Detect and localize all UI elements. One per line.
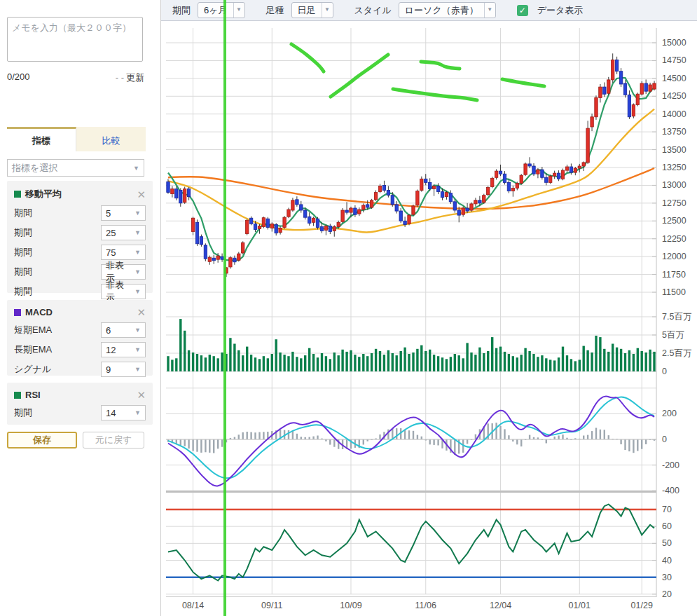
ma-period-3-select[interactable]: 75▼ — [101, 245, 146, 260]
svg-text:13750: 13750 — [662, 127, 686, 137]
macd-short-ema-select[interactable]: 6▼ — [101, 322, 146, 338]
svg-text:13000: 13000 — [662, 180, 686, 190]
ma-period-1-select[interactable]: 5▼ — [101, 205, 146, 221]
panel-macd-header: MACD ✕ — [7, 300, 153, 320]
ma-period-5-select[interactable]: 非表示▼ — [101, 284, 146, 299]
svg-text:01/29: 01/29 — [631, 601, 653, 610]
svg-text:11500: 11500 — [662, 287, 686, 297]
data-display-checkbox[interactable]: ✓ — [517, 5, 528, 16]
svg-text:2.5百万: 2.5百万 — [662, 348, 691, 358]
svg-text:12250: 12250 — [662, 234, 686, 244]
svg-text:14750: 14750 — [662, 55, 686, 65]
svg-text:7.5百万: 7.5百万 — [662, 312, 691, 322]
chevron-down-icon: ▼ — [134, 409, 141, 416]
svg-text:40: 40 — [662, 556, 672, 566]
macd-row-3: シグナル 9▼ — [7, 360, 153, 379]
tab-indicators[interactable]: 指標 — [7, 127, 76, 151]
svg-text:13500: 13500 — [662, 145, 686, 155]
indicator-select-placeholder: 指標を選択 — [12, 162, 57, 174]
chevron-down-icon: ▼ — [134, 327, 141, 334]
sidebar-tabs: 指標 比較 — [7, 127, 146, 151]
bar-type-dropdown[interactable]: 日足 ▼ — [291, 2, 333, 18]
chart-area: 1500014750145001425014000137501350013250… — [161, 0, 697, 616]
svg-text:200: 200 — [662, 409, 677, 418]
svg-text:0: 0 — [662, 434, 667, 444]
row-label: 期間 — [14, 246, 32, 259]
chevron-down-icon: ▼ — [134, 249, 141, 256]
memo-input[interactable] — [7, 17, 143, 62]
svg-text:14500: 14500 — [662, 74, 686, 83]
reset-button[interactable]: 元に戻す — [83, 432, 144, 449]
macd-row-1: 短期EMA 6▼ — [7, 320, 153, 340]
row-label: 期間 — [14, 207, 32, 219]
svg-text:12000: 12000 — [662, 252, 686, 261]
svg-text:14250: 14250 — [662, 91, 686, 101]
tab-compare[interactable]: 比較 — [76, 127, 146, 151]
ma-row-2: 期間 25▼ — [7, 223, 153, 242]
row-label: 期間 — [14, 266, 32, 278]
sidebar: 0/200 - -更新 指標 比較 指標を選択 ▼ 移動平均 ✕ 期間 5▼ 期… — [0, 0, 161, 616]
legend-square-icon — [14, 309, 21, 316]
legend-square-icon — [14, 392, 21, 399]
row-label: 期間 — [14, 285, 32, 298]
row-label: 長期EMA — [14, 343, 52, 356]
legend-square-icon — [14, 191, 21, 198]
panel-title: MACD — [25, 307, 53, 317]
chevron-down-icon: ▼ — [322, 3, 333, 18]
svg-text:12750: 12750 — [662, 198, 686, 208]
row-label: 期間 — [14, 406, 32, 419]
chevron-down-icon: ▼ — [134, 210, 141, 217]
memo-update-link[interactable]: 更新 — [126, 72, 144, 83]
svg-text:15000: 15000 — [662, 38, 686, 48]
svg-text:01/01: 01/01 — [569, 601, 591, 610]
row-label: シグナル — [14, 363, 51, 376]
save-button[interactable]: 保存 — [7, 432, 77, 449]
style-dropdown[interactable]: ローソク（赤青） ▼ — [399, 2, 496, 18]
ma-period-4-select[interactable]: 非表示▼ — [101, 264, 146, 280]
gridlines — [166, 28, 656, 597]
memo-counter: 0/200 — [7, 71, 30, 84]
svg-text:-400: -400 — [662, 486, 679, 495]
macd-long-ema-select[interactable]: 12▼ — [101, 342, 146, 357]
memo-update[interactable]: - -更新 — [116, 71, 144, 84]
stock-chart[interactable]: 1500014750145001425014000137501350013250… — [161, 0, 697, 616]
svg-text:09/11: 09/11 — [261, 601, 282, 610]
svg-text:0: 0 — [662, 367, 667, 376]
panel-rsi: RSI ✕ 期間 14▼ — [7, 383, 153, 425]
svg-text:30: 30 — [662, 573, 672, 582]
chart-toolbar: 期間 6ヶ月 ▼ 足種 日足 ▼ スタイル ローソク（赤青） ▼ ✓ データ表示 — [161, 0, 697, 21]
panel-moving-average-header: 移動平均 ✕ — [7, 181, 153, 203]
rsi-line — [168, 505, 654, 581]
close-icon[interactable]: ✕ — [137, 390, 146, 400]
sidebar-buttons: 保存 元に戻す — [7, 432, 144, 449]
chevron-down-icon: ▼ — [134, 346, 141, 353]
svg-text:13250: 13250 — [662, 163, 686, 172]
svg-text:10/09: 10/09 — [340, 601, 361, 610]
period-dropdown[interactable]: 6ヶ月 ▼ — [198, 2, 245, 18]
panel-title: 移動平均 — [25, 188, 62, 200]
period-label: 期間 — [172, 4, 191, 17]
svg-text:70: 70 — [662, 505, 672, 514]
svg-text:12500: 12500 — [662, 216, 686, 226]
ma-row-1: 期間 5▼ — [7, 203, 153, 223]
svg-text:-200: -200 — [662, 460, 679, 470]
chevron-down-icon: ▼ — [133, 165, 139, 172]
stock-chart-app: 0/200 - -更新 指標 比較 指標を選択 ▼ 移動平均 ✕ 期間 5▼ 期… — [0, 0, 697, 616]
svg-text:12/04: 12/04 — [490, 601, 511, 610]
chevron-down-icon: ▼ — [484, 3, 495, 18]
svg-text:11750: 11750 — [662, 270, 686, 280]
svg-text:20: 20 — [662, 589, 672, 599]
ma-period-2-select[interactable]: 25▼ — [101, 225, 146, 240]
close-icon[interactable]: ✕ — [137, 189, 146, 200]
memo-meta: 0/200 - -更新 — [7, 71, 144, 84]
close-icon[interactable]: ✕ — [137, 307, 146, 317]
date-axis: 08/1409/1110/0911/0612/0401/0101/29 — [182, 601, 653, 610]
panel-rsi-header: RSI ✕ — [7, 383, 153, 403]
rsi-period-select[interactable]: 14▼ — [101, 405, 146, 420]
svg-text:5百万: 5百万 — [662, 330, 684, 340]
right-axis: 1500014750145001425014000137501350013250… — [652, 28, 691, 599]
row-label: 短期EMA — [14, 324, 52, 336]
bar-type-label: 足種 — [266, 4, 284, 17]
macd-signal-select[interactable]: 9▼ — [101, 362, 146, 377]
indicator-select[interactable]: 指標を選択 ▼ — [7, 159, 144, 177]
